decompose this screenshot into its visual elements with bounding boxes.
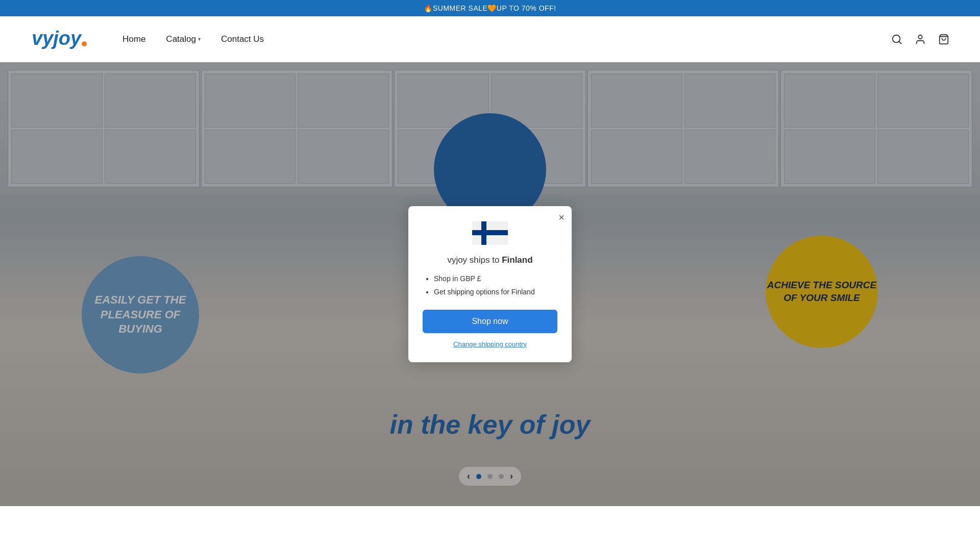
svg-text:vyjoy: vyjoy bbox=[32, 28, 82, 49]
modal-title: vyjoy ships to Finland bbox=[423, 255, 557, 265]
svg-line-3 bbox=[899, 41, 901, 43]
cart-button[interactable] bbox=[938, 34, 949, 45]
hero-section: EASILY GET THE PLEASURE OF BUYING ACHIEV… bbox=[0, 62, 980, 506]
chevron-down-icon: ▾ bbox=[198, 36, 201, 42]
search-icon bbox=[891, 34, 902, 45]
modal-close-button[interactable]: × bbox=[558, 212, 565, 222]
svg-point-4 bbox=[918, 35, 922, 38]
svg-rect-8 bbox=[472, 230, 508, 235]
modal-flag bbox=[423, 221, 557, 247]
search-button[interactable] bbox=[891, 34, 902, 45]
modal-overlay[interactable]: × vyjoy ships to Finland Shop in GBP £ G… bbox=[0, 62, 980, 506]
main-nav: Home Catalog ▾ Contact Us bbox=[122, 34, 891, 44]
modal-list-item-1: Shop in GBP £ bbox=[434, 272, 557, 285]
finland-flag-icon bbox=[472, 221, 508, 245]
change-shipping-country-button[interactable]: Change shipping country bbox=[423, 340, 557, 348]
logo-svg: vyjoy bbox=[31, 24, 92, 50]
announcement-bar: 🔥SUMMER SALE🧡UP TO 70% OFF! bbox=[0, 0, 980, 16]
modal-list: Shop in GBP £ Get shipping options for F… bbox=[423, 272, 557, 298]
header-icons bbox=[891, 34, 949, 45]
nav-contact[interactable]: Contact Us bbox=[221, 34, 264, 44]
shop-now-button[interactable]: Shop now bbox=[423, 310, 557, 333]
nav-home[interactable]: Home bbox=[122, 34, 145, 44]
header: vyjoy Home Catalog ▾ Contact Us bbox=[0, 16, 980, 62]
svg-point-1 bbox=[82, 41, 87, 46]
login-button[interactable] bbox=[915, 34, 926, 45]
logo-area: vyjoy bbox=[31, 24, 92, 54]
modal-list-item-2: Get shipping options for Finland bbox=[434, 286, 557, 298]
user-icon bbox=[915, 34, 926, 45]
cart-icon bbox=[938, 34, 949, 45]
logo-link[interactable]: vyjoy bbox=[31, 24, 92, 54]
logo-text: vyjoy bbox=[31, 24, 92, 54]
shipping-modal: × vyjoy ships to Finland Shop in GBP £ G… bbox=[408, 206, 572, 362]
nav-catalog[interactable]: Catalog ▾ bbox=[166, 34, 201, 44]
announcement-text: 🔥SUMMER SALE🧡UP TO 70% OFF! bbox=[424, 4, 556, 12]
